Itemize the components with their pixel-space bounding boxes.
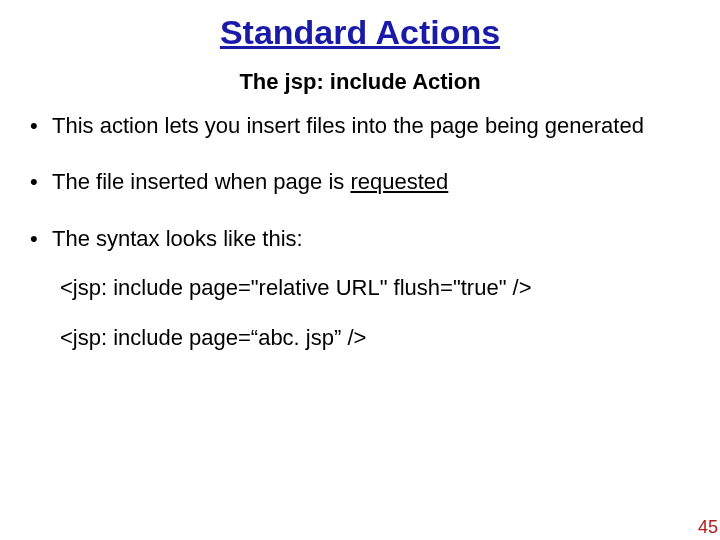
slide: Standard Actions The jsp: include Action… bbox=[0, 0, 720, 540]
slide-title: Standard Actions bbox=[24, 14, 696, 51]
bullet-item: This action lets you insert files into t… bbox=[28, 109, 690, 143]
code-line: <jsp: include page="relative URL" flush=… bbox=[60, 274, 696, 303]
bullet-text: The syntax looks like this: bbox=[52, 226, 303, 251]
slide-subtitle: The jsp: include Action bbox=[24, 69, 696, 95]
bullet-text-underlined: requested bbox=[350, 169, 448, 194]
code-block: <jsp: include page="relative URL" flush=… bbox=[24, 274, 696, 353]
bullet-item: The syntax looks like this: bbox=[28, 222, 690, 256]
bullet-text-pre: The file inserted when page is bbox=[52, 169, 350, 194]
page-number: 45 bbox=[698, 517, 718, 538]
bullet-item: The file inserted when page is requested bbox=[28, 165, 690, 199]
bullet-list: This action lets you insert files into t… bbox=[24, 109, 696, 255]
bullet-text: This action lets you insert files into t… bbox=[52, 113, 644, 138]
code-line: <jsp: include page=“abc. jsp” /> bbox=[60, 324, 696, 353]
